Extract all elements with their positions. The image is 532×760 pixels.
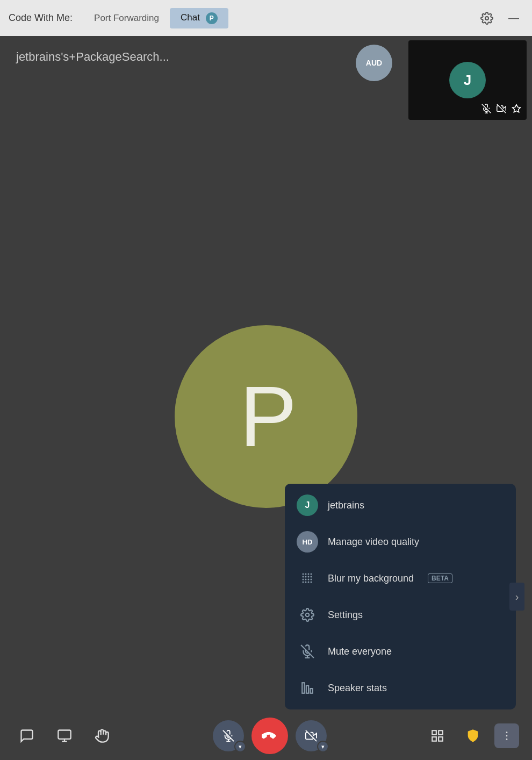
menu-item-speaker-stats[interactable]: Speaker stats (285, 670, 516, 706)
video-area: jetbrains's+PackageSearch... AUD J (0, 36, 532, 760)
bottom-right-controls (423, 722, 519, 750)
main-avatar: P (175, 325, 357, 508)
video-dropdown-button[interactable]: ▾ (317, 741, 329, 752)
menu-speaker-stats-label: Speaker stats (328, 683, 387, 694)
mini-video-off-icon (497, 104, 506, 116)
mute-all-icon (297, 641, 318, 662)
svg-rect-27 (306, 686, 308, 693)
menu-item-settings[interactable]: Settings (285, 597, 516, 633)
svg-point-18 (303, 582, 304, 583)
app-title: Code With Me: (9, 12, 73, 24)
svg-point-17 (311, 579, 312, 580)
mini-controls (481, 104, 521, 116)
svg-rect-38 (438, 737, 443, 741)
svg-point-7 (305, 573, 307, 575)
svg-point-41 (506, 735, 508, 737)
svg-rect-28 (310, 689, 312, 693)
menu-settings-label: Settings (328, 610, 363, 621)
bottom-center-controls: ▾ ▾ (213, 718, 327, 754)
svg-point-9 (311, 573, 312, 575)
mini-mic-muted-icon (481, 104, 491, 116)
more-options-button[interactable] (494, 723, 519, 748)
hangup-button[interactable] (251, 718, 288, 754)
tab-port-forwarding[interactable]: Port Forwarding (83, 9, 170, 28)
context-menu: J jetbrains HD Manage video quality Blur… (285, 484, 516, 709)
menu-blur-label: Blur my background (328, 573, 414, 584)
svg-point-12 (308, 576, 310, 578)
session-title: jetbrains's+PackageSearch... (16, 50, 169, 64)
menu-user-name: jetbrains (328, 500, 364, 511)
raise-hand-button[interactable] (88, 722, 116, 750)
svg-rect-36 (432, 730, 436, 735)
menu-item-video-quality[interactable]: HD Manage video quality (285, 524, 516, 560)
svg-point-8 (308, 573, 310, 575)
svg-point-19 (305, 582, 307, 583)
svg-point-16 (308, 579, 310, 580)
svg-rect-29 (58, 730, 70, 739)
top-bar-actions: — (477, 9, 523, 28)
svg-point-10 (303, 576, 304, 578)
blur-icon (297, 568, 318, 589)
chat-button[interactable] (13, 722, 41, 750)
svg-point-14 (303, 579, 304, 580)
menu-video-quality-label: Manage video quality (328, 536, 419, 548)
hd-icon: HD (297, 531, 318, 553)
mini-avatar: J (449, 62, 486, 98)
svg-marker-5 (513, 105, 521, 112)
svg-rect-37 (438, 730, 443, 735)
svg-point-22 (306, 613, 310, 617)
video-button-group: ▾ (296, 720, 327, 751)
screen-share-button[interactable] (51, 722, 78, 750)
svg-point-21 (311, 582, 312, 583)
svg-point-40 (506, 732, 508, 733)
layout-button[interactable] (423, 722, 451, 750)
menu-mute-all-label: Mute everyone (328, 646, 392, 657)
svg-point-0 (485, 17, 488, 20)
beta-badge: BETA (428, 573, 452, 583)
svg-point-42 (506, 739, 508, 740)
svg-rect-26 (302, 683, 304, 693)
bottom-bar: ▾ ▾ (0, 712, 532, 760)
user-avatar-icon: J (297, 494, 318, 516)
mic-dropdown-button[interactable]: ▾ (234, 741, 246, 752)
menu-chevron-right[interactable]: › (509, 583, 524, 611)
security-button[interactable] (459, 722, 487, 750)
tab-chat[interactable]: Chat P (170, 8, 228, 28)
svg-point-11 (305, 576, 307, 578)
minimize-button[interactable]: — (504, 9, 523, 28)
svg-point-15 (305, 579, 307, 580)
menu-item-user[interactable]: J jetbrains (285, 487, 516, 524)
bottom-left-controls (13, 722, 116, 750)
svg-point-6 (303, 573, 304, 575)
mic-button-group: ▾ (213, 720, 244, 751)
menu-item-mute-all[interactable]: Mute everyone (285, 633, 516, 670)
settings-button[interactable] (477, 9, 497, 28)
svg-point-13 (311, 576, 312, 578)
top-bar: Code With Me: Port Forwarding Chat P — (0, 0, 532, 36)
main-avatar-container: P (175, 325, 357, 508)
aud-avatar: AUD (356, 45, 392, 81)
settings-icon (297, 604, 318, 626)
svg-rect-39 (432, 737, 436, 741)
stats-icon (297, 677, 318, 699)
svg-point-20 (308, 582, 310, 583)
menu-item-blur[interactable]: Blur my background BETA (285, 560, 516, 597)
chat-badge: P (206, 12, 218, 24)
mini-star-icon[interactable] (512, 104, 521, 116)
mini-video-panel: J (408, 40, 527, 120)
